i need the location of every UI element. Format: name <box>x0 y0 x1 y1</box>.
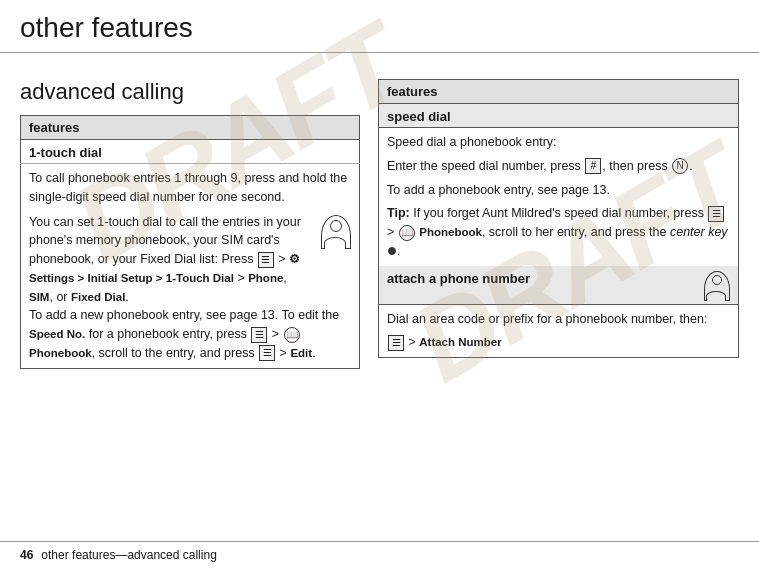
left-table-header: features <box>21 116 360 140</box>
hash-icon: # <box>585 158 601 174</box>
section-title: advanced calling <box>20 79 360 105</box>
speed-dial-tip: Tip: If you forget Aunt Mildred's speed … <box>387 204 730 260</box>
para-2-text: You can set 1-touch dial to call the ent… <box>29 213 307 307</box>
menu-icon-attach: ☰ <box>388 335 404 351</box>
speed-dial-step: Enter the speed dial number, press #, th… <box>387 157 730 176</box>
feature-1touch-dial-name: 1-touch dial <box>21 140 360 164</box>
attach-row: attach a phone number <box>387 271 730 301</box>
edit-text: Edit <box>290 347 312 359</box>
left-features-table: features 1-touch dial To call phonebook … <box>20 115 360 369</box>
menu-icon-tip: ☰ <box>708 206 724 222</box>
para-1: To call phonebook entries 1 through 9, p… <box>29 169 351 207</box>
menu-icon-2: ☰ <box>251 327 267 343</box>
tip-label: Tip: <box>387 206 410 220</box>
para-3: To add a new phonebook entry, see page 1… <box>29 306 351 362</box>
center-dot-icon <box>388 247 396 255</box>
person-icon-2 <box>704 271 730 301</box>
para-2: You can set 1-touch dial to call the ent… <box>29 213 307 307</box>
speed-dial-body: Speed dial a phonebook entry: Enter the … <box>379 128 739 266</box>
speed-no-text: Speed No. <box>29 328 85 340</box>
phonebook-text-tip: Phonebook <box>419 226 482 238</box>
attach-phone-body: Dial an area code or prefix for a phoneb… <box>379 304 739 358</box>
right-table-header: features <box>379 80 739 104</box>
menu-icon-1: ☰ <box>258 252 274 268</box>
feature-1touch-dial-body: To call phonebook entries 1 through 9, p… <box>21 164 360 369</box>
settings-path-2: Phone <box>248 272 283 284</box>
para-2-container: You can set 1-touch dial to call the ent… <box>29 213 351 307</box>
settings-path-3: SIM <box>29 291 49 303</box>
attach-phone-name: attach a phone number <box>379 266 739 305</box>
left-column: advanced calling features 1-touch dial T… <box>20 79 360 369</box>
attach-phone-label: attach a phone number <box>387 271 530 286</box>
main-content: advanced calling features 1-touch dial T… <box>0 63 759 369</box>
center-key-text: center key <box>670 225 728 239</box>
person-icon-1 <box>321 213 351 249</box>
menu-icon-3: ☰ <box>259 345 275 361</box>
phonebook-icon-2: 📖 <box>399 225 415 241</box>
speed-dial-name: speed dial <box>379 104 739 128</box>
settings-path-4: Fixed Dial <box>71 291 125 303</box>
n-icon: N <box>672 158 688 174</box>
page-number: 46 <box>20 548 33 562</box>
footer-text: other features—advanced calling <box>41 548 216 562</box>
attach-phone-step: ☰ > Attach Number <box>387 333 730 352</box>
phonebook-icon-1: 📖 <box>284 327 300 343</box>
phonebook-text: Phonebook <box>29 347 92 359</box>
attach-number-text: Attach Number <box>419 336 501 348</box>
speed-dial-add: To add a phonebook entry, see page 13. <box>387 181 730 200</box>
right-column: features speed dial Speed dial a phonebo… <box>378 79 739 369</box>
page-title: other features <box>0 0 759 53</box>
page-footer: 46 other features—advanced calling <box>0 541 759 568</box>
speed-dial-intro: Speed dial a phonebook entry: <box>387 133 730 152</box>
attach-phone-intro: Dial an area code or prefix for a phoneb… <box>387 310 730 329</box>
right-features-table: features speed dial Speed dial a phonebo… <box>378 79 739 358</box>
